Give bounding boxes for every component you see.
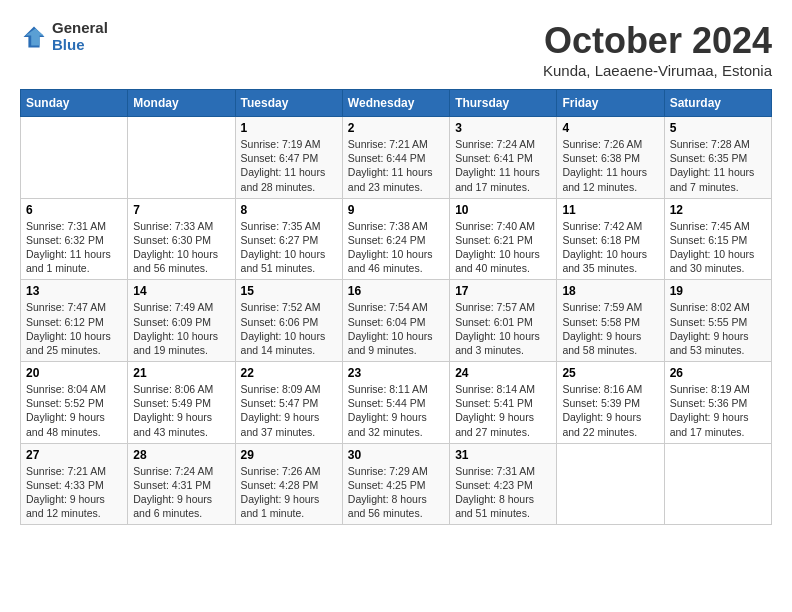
logo-text: General Blue	[52, 20, 108, 53]
calendar-table: SundayMondayTuesdayWednesdayThursdayFrid…	[20, 89, 772, 525]
header-saturday: Saturday	[664, 90, 771, 117]
calendar-cell: 11Sunrise: 7:42 AM Sunset: 6:18 PM Dayli…	[557, 198, 664, 280]
day-number: 31	[455, 448, 551, 462]
calendar-cell: 9Sunrise: 7:38 AM Sunset: 6:24 PM Daylig…	[342, 198, 449, 280]
calendar-cell: 19Sunrise: 8:02 AM Sunset: 5:55 PM Dayli…	[664, 280, 771, 362]
calendar-week-1: 1Sunrise: 7:19 AM Sunset: 6:47 PM Daylig…	[21, 117, 772, 199]
day-number: 12	[670, 203, 766, 217]
day-info: Sunrise: 7:21 AM Sunset: 4:33 PM Dayligh…	[26, 464, 122, 521]
day-info: Sunrise: 7:49 AM Sunset: 6:09 PM Dayligh…	[133, 300, 229, 357]
calendar-cell: 17Sunrise: 7:57 AM Sunset: 6:01 PM Dayli…	[450, 280, 557, 362]
calendar-cell: 20Sunrise: 8:04 AM Sunset: 5:52 PM Dayli…	[21, 362, 128, 444]
calendar-cell	[664, 443, 771, 525]
calendar-cell: 30Sunrise: 7:29 AM Sunset: 4:25 PM Dayli…	[342, 443, 449, 525]
header-friday: Friday	[557, 90, 664, 117]
calendar-cell: 10Sunrise: 7:40 AM Sunset: 6:21 PM Dayli…	[450, 198, 557, 280]
calendar-cell: 28Sunrise: 7:24 AM Sunset: 4:31 PM Dayli…	[128, 443, 235, 525]
day-number: 28	[133, 448, 229, 462]
calendar-week-2: 6Sunrise: 7:31 AM Sunset: 6:32 PM Daylig…	[21, 198, 772, 280]
location-text: Kunda, Laeaene-Virumaa, Estonia	[543, 62, 772, 79]
day-number: 9	[348, 203, 444, 217]
calendar-cell: 2Sunrise: 7:21 AM Sunset: 6:44 PM Daylig…	[342, 117, 449, 199]
logo-general-text: General	[52, 20, 108, 37]
page-header: General Blue October 2024 Kunda, Laeaene…	[20, 20, 772, 79]
logo-blue-text: Blue	[52, 37, 108, 54]
day-info: Sunrise: 7:52 AM Sunset: 6:06 PM Dayligh…	[241, 300, 337, 357]
calendar-cell: 15Sunrise: 7:52 AM Sunset: 6:06 PM Dayli…	[235, 280, 342, 362]
day-number: 18	[562, 284, 658, 298]
day-info: Sunrise: 7:33 AM Sunset: 6:30 PM Dayligh…	[133, 219, 229, 276]
day-number: 24	[455, 366, 551, 380]
day-info: Sunrise: 8:19 AM Sunset: 5:36 PM Dayligh…	[670, 382, 766, 439]
calendar-cell: 1Sunrise: 7:19 AM Sunset: 6:47 PM Daylig…	[235, 117, 342, 199]
day-info: Sunrise: 7:24 AM Sunset: 4:31 PM Dayligh…	[133, 464, 229, 521]
day-number: 17	[455, 284, 551, 298]
header-monday: Monday	[128, 90, 235, 117]
day-number: 8	[241, 203, 337, 217]
calendar-cell: 21Sunrise: 8:06 AM Sunset: 5:49 PM Dayli…	[128, 362, 235, 444]
day-number: 19	[670, 284, 766, 298]
calendar-cell: 26Sunrise: 8:19 AM Sunset: 5:36 PM Dayli…	[664, 362, 771, 444]
day-info: Sunrise: 7:26 AM Sunset: 4:28 PM Dayligh…	[241, 464, 337, 521]
calendar-cell: 29Sunrise: 7:26 AM Sunset: 4:28 PM Dayli…	[235, 443, 342, 525]
day-number: 23	[348, 366, 444, 380]
day-number: 22	[241, 366, 337, 380]
day-number: 15	[241, 284, 337, 298]
calendar-cell: 31Sunrise: 7:31 AM Sunset: 4:23 PM Dayli…	[450, 443, 557, 525]
header-wednesday: Wednesday	[342, 90, 449, 117]
day-number: 7	[133, 203, 229, 217]
calendar-cell: 24Sunrise: 8:14 AM Sunset: 5:41 PM Dayli…	[450, 362, 557, 444]
calendar-cell: 22Sunrise: 8:09 AM Sunset: 5:47 PM Dayli…	[235, 362, 342, 444]
calendar-cell: 3Sunrise: 7:24 AM Sunset: 6:41 PM Daylig…	[450, 117, 557, 199]
day-number: 11	[562, 203, 658, 217]
day-number: 30	[348, 448, 444, 462]
calendar-cell: 5Sunrise: 7:28 AM Sunset: 6:35 PM Daylig…	[664, 117, 771, 199]
day-number: 29	[241, 448, 337, 462]
day-number: 3	[455, 121, 551, 135]
calendar-cell: 16Sunrise: 7:54 AM Sunset: 6:04 PM Dayli…	[342, 280, 449, 362]
calendar-cell: 4Sunrise: 7:26 AM Sunset: 6:38 PM Daylig…	[557, 117, 664, 199]
header-sunday: Sunday	[21, 90, 128, 117]
calendar-cell: 12Sunrise: 7:45 AM Sunset: 6:15 PM Dayli…	[664, 198, 771, 280]
day-info: Sunrise: 7:21 AM Sunset: 6:44 PM Dayligh…	[348, 137, 444, 194]
day-number: 25	[562, 366, 658, 380]
calendar-cell: 23Sunrise: 8:11 AM Sunset: 5:44 PM Dayli…	[342, 362, 449, 444]
day-info: Sunrise: 7:42 AM Sunset: 6:18 PM Dayligh…	[562, 219, 658, 276]
calendar-cell: 14Sunrise: 7:49 AM Sunset: 6:09 PM Dayli…	[128, 280, 235, 362]
day-info: Sunrise: 7:57 AM Sunset: 6:01 PM Dayligh…	[455, 300, 551, 357]
day-info: Sunrise: 8:06 AM Sunset: 5:49 PM Dayligh…	[133, 382, 229, 439]
calendar-header-row: SundayMondayTuesdayWednesdayThursdayFrid…	[21, 90, 772, 117]
header-thursday: Thursday	[450, 90, 557, 117]
day-info: Sunrise: 7:31 AM Sunset: 6:32 PM Dayligh…	[26, 219, 122, 276]
calendar-cell: 27Sunrise: 7:21 AM Sunset: 4:33 PM Dayli…	[21, 443, 128, 525]
day-number: 27	[26, 448, 122, 462]
header-tuesday: Tuesday	[235, 90, 342, 117]
day-info: Sunrise: 8:02 AM Sunset: 5:55 PM Dayligh…	[670, 300, 766, 357]
day-info: Sunrise: 7:59 AM Sunset: 5:58 PM Dayligh…	[562, 300, 658, 357]
day-info: Sunrise: 7:35 AM Sunset: 6:27 PM Dayligh…	[241, 219, 337, 276]
day-number: 20	[26, 366, 122, 380]
day-number: 13	[26, 284, 122, 298]
day-info: Sunrise: 8:16 AM Sunset: 5:39 PM Dayligh…	[562, 382, 658, 439]
calendar-cell: 18Sunrise: 7:59 AM Sunset: 5:58 PM Dayli…	[557, 280, 664, 362]
calendar-cell	[128, 117, 235, 199]
day-number: 5	[670, 121, 766, 135]
day-number: 6	[26, 203, 122, 217]
calendar-cell	[557, 443, 664, 525]
day-info: Sunrise: 7:47 AM Sunset: 6:12 PM Dayligh…	[26, 300, 122, 357]
day-info: Sunrise: 8:09 AM Sunset: 5:47 PM Dayligh…	[241, 382, 337, 439]
day-info: Sunrise: 7:45 AM Sunset: 6:15 PM Dayligh…	[670, 219, 766, 276]
day-number: 2	[348, 121, 444, 135]
day-number: 1	[241, 121, 337, 135]
day-info: Sunrise: 7:24 AM Sunset: 6:41 PM Dayligh…	[455, 137, 551, 194]
day-info: Sunrise: 8:04 AM Sunset: 5:52 PM Dayligh…	[26, 382, 122, 439]
day-info: Sunrise: 7:28 AM Sunset: 6:35 PM Dayligh…	[670, 137, 766, 194]
day-info: Sunrise: 8:14 AM Sunset: 5:41 PM Dayligh…	[455, 382, 551, 439]
day-info: Sunrise: 8:11 AM Sunset: 5:44 PM Dayligh…	[348, 382, 444, 439]
day-number: 14	[133, 284, 229, 298]
day-number: 10	[455, 203, 551, 217]
logo-icon	[20, 23, 48, 51]
calendar-cell	[21, 117, 128, 199]
day-info: Sunrise: 7:40 AM Sunset: 6:21 PM Dayligh…	[455, 219, 551, 276]
logo: General Blue	[20, 20, 108, 53]
